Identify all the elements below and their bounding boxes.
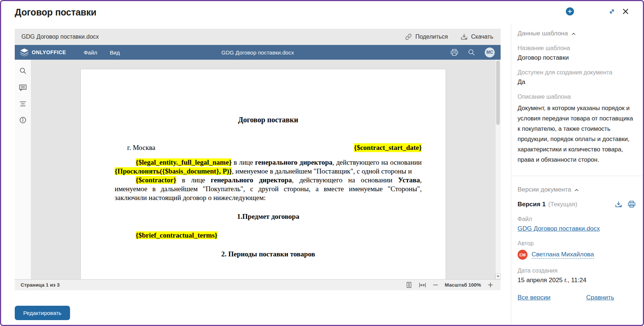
share-label: Поделиться <box>415 34 448 40</box>
fit-width-icon[interactable] <box>419 283 426 288</box>
document-page: Договор поставки г. Москва {$contract_st… <box>80 69 446 279</box>
chevron-down-icon <box>497 276 499 277</box>
search-icon[interactable] <box>468 49 475 56</box>
expand-icon[interactable] <box>608 7 616 15</box>
fit-page-icon[interactable] <box>406 282 412 288</box>
file-label: Файл <box>518 216 636 222</box>
sidebar-divider <box>511 176 643 176</box>
template-name-label: Название шаблона <box>518 45 636 52</box>
contract-section-1-title: 1.Предмет договора <box>115 212 422 221</box>
viewer-status-bar: Страница 1 из 3 Масштаб 100% <box>15 279 501 290</box>
file-link[interactable]: GDG Договор поставки.docx <box>518 225 600 232</box>
comments-icon[interactable] <box>19 84 27 91</box>
created-date-value: 15 апреля 2025 г., 11:24 <box>518 277 636 284</box>
versions-section-header[interactable]: Версии документа <box>518 186 636 193</box>
author-avatar: СМ <box>518 250 528 260</box>
author-link[interactable]: Светлана Михайлова <box>532 251 594 259</box>
plus-icon <box>568 9 572 14</box>
editor-menu: Файл Вид <box>84 49 120 56</box>
editor-toolbar-right: MC <box>450 48 495 57</box>
version-status: (Текущая) <box>548 201 577 208</box>
contract-title: Договор поставки <box>115 115 422 124</box>
template-name-value: Договор поставки <box>518 54 636 62</box>
menu-view[interactable]: Вид <box>110 49 120 56</box>
share-button[interactable]: Поделиться <box>405 33 448 41</box>
contract-header-row: г. Москва {$contract_start_date} <box>115 143 422 152</box>
zoom-out-button[interactable] <box>433 282 438 288</box>
user-avatar[interactable]: MC <box>485 48 495 57</box>
window-title: Договор поставки <box>15 7 96 18</box>
chevron-up-icon <box>571 32 576 35</box>
download-label: Скачать <box>471 34 493 40</box>
navigation-icon[interactable] <box>19 101 27 107</box>
zoom-controls: Масштаб 100% <box>406 282 493 288</box>
versions-heading: Версии документа <box>518 186 571 193</box>
contract-brief-terms: {$brief_contractual_terms} <box>115 231 422 240</box>
template-preview-window: Договор поставки GDG Договор поставки.do… <box>0 0 644 326</box>
template-available-value: Да <box>518 78 636 86</box>
file-bar: GDG Договор поставки.docx Поделиться Ска… <box>15 29 501 45</box>
print-version-icon[interactable] <box>628 201 636 208</box>
created-date-label: Дата создания <box>518 267 636 274</box>
link-icon <box>405 33 412 41</box>
menu-file[interactable]: Файл <box>84 49 97 56</box>
chevron-up-icon <box>574 189 579 192</box>
viewer-left-toolbar <box>15 60 31 279</box>
file-name: GDG Договор поставки.docx <box>21 34 392 40</box>
zoom-level-label: Масштаб 100% <box>445 282 481 288</box>
template-data-heading: Данные шаблона <box>518 30 568 37</box>
author-label: Автор <box>518 240 636 247</box>
version-row: Версия 1 (Текущая) <box>518 201 636 208</box>
vertical-scrollbar[interactable] <box>495 60 501 279</box>
template-description-value: Документ, в котором указаны порядок и ус… <box>518 103 636 165</box>
download-button[interactable]: Скачать <box>460 33 493 41</box>
contract-paragraph-supplier: {$legal_entity._full_legal_name} в лице … <box>115 158 422 176</box>
contract-section-2-title: 2. Периоды поставки товаров <box>115 250 422 259</box>
scroll-down-button[interactable] <box>495 273 501 279</box>
document-viewport: Договор поставки г. Москва {$contract_st… <box>15 60 501 279</box>
zoom-in-button[interactable] <box>488 282 493 288</box>
search-icon[interactable] <box>19 67 27 74</box>
compare-link[interactable]: Сравнить <box>586 294 614 301</box>
page-canvas[interactable]: Договор поставки г. Москва {$contract_st… <box>31 60 495 279</box>
editor-toolbar: ONLYOFFICE Файл Вид GDG Договор поставки… <box>15 45 501 60</box>
window-titlebar: Договор поставки <box>1 1 643 23</box>
document-preview-pane: GDG Договор поставки.docx Поделиться Ска… <box>1 23 511 325</box>
onlyoffice-logo: ONLYOFFICE <box>20 48 66 56</box>
download-icon <box>460 33 468 41</box>
close-icon[interactable] <box>622 7 630 15</box>
brief-terms-placeholder: {$brief_contractual_terms} <box>136 231 217 239</box>
author-row: СМ Светлана Михайлова <box>518 250 636 260</box>
contract-date-placeholder: {$contract_start_date} <box>354 143 422 152</box>
version-name: Версия 1 <box>518 201 546 208</box>
contract-city: г. Москва <box>127 143 155 152</box>
all-versions-link[interactable]: Все версии <box>518 294 550 301</box>
brand-label: ONLYOFFICE <box>32 49 66 55</box>
template-data-section-header[interactable]: Данные шаблона <box>518 30 636 37</box>
editor-doc-title: GDG Договор поставки.docx <box>222 49 294 56</box>
contract-paragraph-buyer: {$contractor} в лице генерального директ… <box>115 176 422 202</box>
edit-button[interactable]: Редактировать <box>15 306 70 320</box>
template-available-label: Доступен для создания документа <box>518 69 636 76</box>
onlyoffice-editor: ONLYOFFICE Файл Вид GDG Договор поставки… <box>15 45 501 290</box>
scrollbar-thumb[interactable] <box>496 60 500 125</box>
template-description-label: Описание шаблона <box>518 94 636 100</box>
layers-icon <box>20 48 29 56</box>
details-sidebar: Данные шаблона Название шаблона Договор … <box>511 23 643 325</box>
page-counter: Страница 1 из 3 <box>21 282 60 288</box>
versions-links-row: Все версии Сравнить <box>518 294 614 301</box>
info-icon[interactable] <box>19 116 27 124</box>
add-button[interactable] <box>566 7 574 15</box>
print-icon[interactable] <box>450 49 458 56</box>
download-version-icon[interactable] <box>615 201 622 208</box>
